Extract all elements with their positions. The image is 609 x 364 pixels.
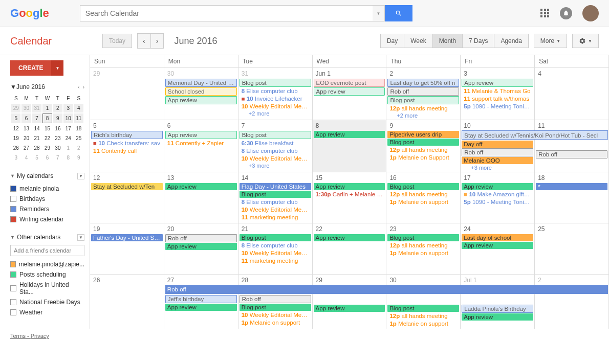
event[interactable]: Memorial Day - United States [165, 79, 237, 87]
event[interactable]: 12p all hands meeting [387, 191, 459, 198]
day-cell[interactable]: 16Blog post12p all hands meeting1p Melan… [386, 172, 461, 223]
day-cell[interactable]: 10Day offRob offMelanie OOO+3 more [461, 120, 535, 172]
other-calendars-menu[interactable]: ▼ [77, 234, 84, 241]
notifications-icon[interactable] [560, 7, 572, 19]
event[interactable]: Blog post [387, 183, 459, 190]
day-cell[interactable]: 20Rob offApp review [164, 223, 238, 274]
event[interactable]: Flag Day - United States [240, 183, 311, 190]
event[interactable]: 10 Weekly Editorial Meeting [240, 155, 311, 162]
event[interactable]: App review [165, 183, 237, 190]
mini-day[interactable]: 27 [21, 144, 31, 152]
event[interactable]: App review [165, 131, 237, 139]
mini-day[interactable]: 9 [53, 113, 62, 123]
event[interactable]: App review [462, 313, 533, 321]
event[interactable]: 11 support talk w/thomas [462, 95, 533, 102]
event[interactable]: 11 Contently + Zapier [165, 140, 237, 147]
event[interactable]: 10 Weekly Editorial Meeting [240, 311, 311, 318]
mini-day[interactable]: 16 [53, 124, 62, 133]
event[interactable]: Blog post [240, 304, 311, 311]
event[interactable]: 12p all hands meeting [387, 242, 459, 249]
event[interactable]: 1p Melanie on support [240, 319, 311, 326]
event[interactable]: 5p 1090 - Meeting Tonight [462, 103, 533, 110]
mini-next[interactable]: › [83, 84, 84, 90]
day-cell[interactable]: 3App review11 Melanie & Thomas Go11 supp… [461, 67, 535, 120]
event[interactable]: * [536, 183, 607, 190]
day-cell[interactable]: 22App review [313, 223, 387, 274]
mini-day[interactable]: 3 [63, 104, 73, 112]
mini-day[interactable]: 8 [42, 113, 52, 123]
event[interactable]: 10 Weekly Editorial Meeting [240, 206, 311, 213]
day-cell[interactable]: 14Flag Day - United StatesBlog post8 Eli… [238, 172, 313, 223]
mini-day[interactable]: 7 [32, 113, 41, 123]
event[interactable]: 11 Contently call [91, 147, 163, 154]
event[interactable]: Blog post [240, 191, 311, 198]
mini-day[interactable]: 29 [11, 104, 20, 112]
more-events-link[interactable]: +2 more [238, 110, 312, 117]
event[interactable]: Blog post [387, 234, 459, 241]
event[interactable]: 6:30 Elise breakfast [240, 140, 311, 147]
view-week[interactable]: Week [404, 34, 432, 48]
event[interactable]: Rich's birthday [91, 131, 163, 139]
day-cell[interactable]: 29 [90, 67, 164, 120]
avatar[interactable] [582, 5, 599, 21]
mini-day[interactable]: 30 [53, 144, 62, 152]
day-cell[interactable]: 30Blog post12p all hands meeting1p Melan… [386, 274, 461, 329]
mini-day[interactable]: 15 [42, 124, 52, 133]
mini-day[interactable]: 1 [42, 104, 52, 112]
calendar-item[interactable]: National Freebie Days [10, 297, 84, 307]
event[interactable]: Jeff's birthday [165, 295, 237, 303]
event-span[interactable]: Stay at Secluded w/Tennis/Koi Pond/Hot T… [462, 130, 608, 140]
calendar-item[interactable]: Birthdays [10, 194, 84, 204]
event[interactable]: 5p 1090 - Meeting Tonight [462, 198, 533, 206]
mini-day[interactable]: 19 [11, 134, 20, 143]
mini-day[interactable]: 3 [11, 153, 20, 162]
event[interactable]: 11 marketing meeting [240, 257, 311, 264]
event[interactable]: App review [314, 234, 385, 241]
event[interactable]: 1p Melanie on support [387, 249, 459, 257]
more-events-link[interactable]: +3 more [238, 163, 312, 169]
event[interactable]: App review [314, 305, 385, 312]
mini-day[interactable]: 2 [74, 144, 83, 152]
event[interactable]: Rob off [165, 234, 237, 242]
day-cell[interactable]: 11Rob off [535, 120, 609, 172]
mini-day[interactable]: 17 [63, 124, 73, 133]
event[interactable]: Melanie OOO [462, 157, 533, 164]
more-events-link[interactable]: +2 more [386, 112, 460, 119]
calendar-item[interactable]: Writing calendar [10, 214, 84, 224]
event[interactable]: 8 Elise computer club [240, 147, 311, 154]
event[interactable]: 8 Elise computer club [240, 242, 311, 249]
event[interactable]: App review [165, 243, 237, 250]
event[interactable]: Blog post [240, 79, 311, 87]
mini-day[interactable]: 18 [74, 124, 83, 133]
event[interactable]: 10 Make Amazon gift ca [462, 191, 533, 198]
event[interactable]: Blog post [387, 305, 459, 312]
mini-day[interactable]: 26 [11, 144, 20, 152]
mini-day[interactable]: 13 [21, 124, 31, 133]
event[interactable]: Ladda Pinola's Birthday [462, 305, 533, 313]
mini-day[interactable]: 2 [53, 104, 62, 112]
event[interactable]: 10 Weekly Editorial Meeting [240, 103, 311, 110]
day-cell[interactable]: 27Jeff's birthdayApp review [164, 274, 238, 329]
day-cell[interactable]: 8App review [313, 120, 387, 172]
view-agenda[interactable]: Agenda [494, 34, 528, 48]
day-cell[interactable]: Jun 1EOD evernote postApp review [313, 67, 387, 120]
day-cell[interactable]: 13App review [164, 172, 238, 223]
add-friend-input[interactable] [10, 245, 84, 256]
search-dropdown[interactable]: ▼ [373, 5, 385, 21]
mini-day[interactable]: 1 [63, 144, 73, 152]
mini-day[interactable]: 12 [11, 124, 20, 133]
day-cell[interactable]: 6App review11 Contently + Zapier [164, 120, 238, 172]
mini-day[interactable]: 6 [42, 153, 52, 162]
mini-day[interactable]: 28 [32, 144, 41, 152]
mini-day[interactable]: 9 [74, 153, 83, 162]
my-calendars-menu[interactable]: ▼ [77, 173, 84, 179]
event[interactable]: App review [462, 242, 533, 249]
event[interactable]: 1:30p Carlin + Melanie ch [314, 191, 385, 198]
event[interactable]: App review [165, 304, 237, 311]
create-button[interactable]: CREATE [10, 60, 51, 76]
mini-day[interactable]: 24 [63, 134, 73, 143]
event[interactable]: EOD evernote post [314, 79, 385, 87]
google-logo[interactable]: Google [10, 7, 49, 20]
next-button[interactable]: › [150, 33, 164, 49]
mini-day[interactable]: 21 [32, 134, 41, 143]
